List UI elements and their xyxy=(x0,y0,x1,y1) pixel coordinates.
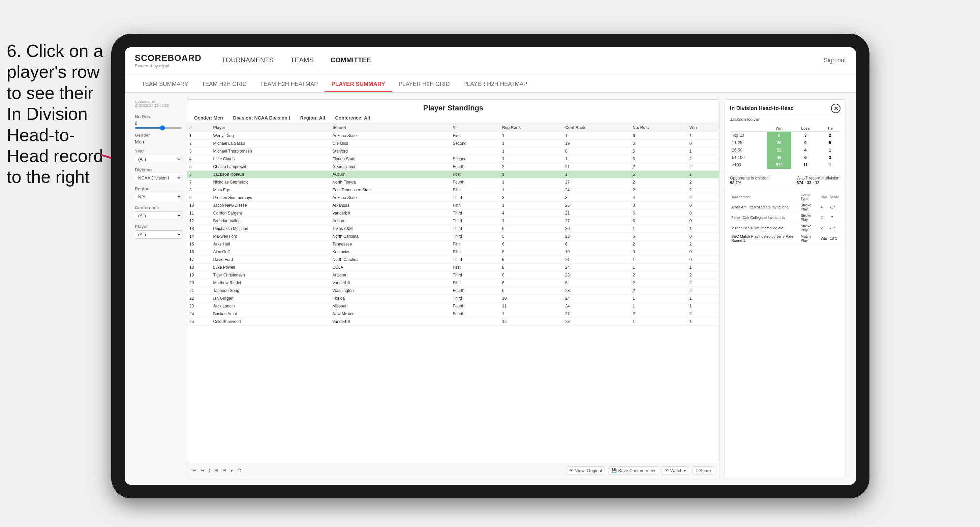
cell-reg-rank: 1 xyxy=(500,132,563,140)
view-original-btn[interactable]: 👁 View: Original xyxy=(566,467,605,475)
table-row[interactable]: 15 Jake Hall Tennessee Fifth 6 6 2 2 xyxy=(188,240,719,248)
subnav-team-h2h-grid[interactable]: TEAM H2H GRID xyxy=(195,78,253,92)
subnav-team-summary[interactable]: TEAM SUMMARY xyxy=(135,78,195,92)
cell-yr: Third xyxy=(451,225,500,233)
watch-btn[interactable]: 👁 Watch ▾ xyxy=(662,467,689,475)
table-row[interactable]: 4 Luke Claton Florida State Second 1 1 6… xyxy=(188,155,719,163)
table-row[interactable]: 23 Jack Lundin Missouri Fourth 11 24 1 1 xyxy=(188,302,719,310)
subnav-player-summary[interactable]: PLAYER SUMMARY xyxy=(325,78,391,92)
filters-panel: Update time: 27/03/2024 16:56:26 No Rds.… xyxy=(135,99,182,478)
cell-reg-rank: 1 xyxy=(500,148,563,155)
cell-yr: Third xyxy=(451,210,500,217)
table-row[interactable]: 3 Michael Thorbjornsen Stanford 1 8 5 1 xyxy=(188,148,719,155)
cell-conf-rank: 23 xyxy=(563,233,630,240)
save-custom-btn[interactable]: 💾 Save Custom View xyxy=(608,467,658,475)
cell-yr: Second xyxy=(451,140,500,148)
table-row[interactable]: 11 Gordon Sargent Vanderbilt Third 4 21 … xyxy=(188,210,719,217)
table-row[interactable]: 6 Jackson Koivun Auburn First 1 1 5 1 xyxy=(188,171,719,178)
cell-player: Maxwell Ford xyxy=(211,233,330,240)
cell-player: Michael Thorbjornsen xyxy=(211,148,330,155)
table-row[interactable]: 17 David Ford North Carolina Third 9 21 … xyxy=(188,256,719,264)
table-row[interactable]: 8 Mats Ege East Tennessee State Fifth 1 … xyxy=(188,186,719,194)
conference-select[interactable]: (All) xyxy=(135,211,182,220)
col-conf-rank: Conf Rank xyxy=(563,124,630,132)
table-row[interactable]: 5 Christo Lamprecht Georgia Tech Fourth … xyxy=(188,163,719,171)
toolbar-icon-redo[interactable]: ↪ xyxy=(200,468,205,473)
cell-rds: 5 xyxy=(630,148,687,155)
no-rds-slider[interactable] xyxy=(135,127,182,129)
nav-tournaments[interactable]: TOURNAMENTS xyxy=(222,54,274,67)
cell-reg-rank: 8 xyxy=(500,271,563,279)
table-row[interactable]: 18 Luke Powell UCLA First 8 24 1 1 xyxy=(188,264,719,271)
cell-rds: 2 xyxy=(630,240,687,248)
cell-win: 1 xyxy=(687,171,719,178)
cell-school: Texas A&M xyxy=(330,225,450,233)
toolbar-icon-forward[interactable]: ⟩ xyxy=(208,468,210,473)
subnav-player-h2h-grid[interactable]: PLAYER H2H GRID xyxy=(392,78,457,92)
division-label: Division xyxy=(135,167,182,172)
h2h-tie-val: 1 xyxy=(819,146,840,154)
table-row[interactable]: 10 Jacob New-Diesse Arkansas Fifth 1 25 … xyxy=(188,202,719,210)
cell-rank: 7 xyxy=(188,178,211,186)
nav-teams[interactable]: TEAMS xyxy=(291,54,314,67)
division-select[interactable]: NCAA Division I xyxy=(135,174,182,182)
table-row[interactable]: 25 Cole Sherwood Vanderbilt 12 23 1 1 xyxy=(188,318,719,325)
table-row[interactable]: 19 Tiger Christensen Arizona Third 8 23 … xyxy=(188,271,719,279)
cell-win: 0 xyxy=(687,140,719,148)
share-btn[interactable]: ⤴ Share xyxy=(692,467,714,475)
subnav-team-h2h-heatmap[interactable]: TEAM H2H HEATMAP xyxy=(253,78,325,92)
cell-win: 1 xyxy=(687,264,719,271)
cell-win: 2 xyxy=(687,194,719,202)
h2h-tournaments: Tournament Event Type Pos Score Amer Am … xyxy=(725,190,846,478)
table-row[interactable]: 14 Maxwell Ford North Carolina Third 5 2… xyxy=(188,233,719,240)
table-row[interactable]: 22 Ian Gilligan Florida Third 10 24 1 1 xyxy=(188,295,719,302)
table-row[interactable]: 20 Matthew Riedel Vanderbilt Fifth 6 6 2… xyxy=(188,279,719,287)
table-row[interactable]: 9 Preston Summerhays Arizona State Third… xyxy=(188,194,719,202)
table-row[interactable]: 12 Brendan Valles Auburn Third 1 27 6 0 xyxy=(188,217,719,225)
table-row[interactable]: 24 Bastian Amat New Mexico Fourth 1 27 2… xyxy=(188,310,719,318)
cell-conf-rank: 1 xyxy=(563,155,630,163)
toolbar-icon-undo[interactable]: ↩ xyxy=(192,468,196,473)
cell-yr: Fourth xyxy=(451,163,500,171)
sign-out-link[interactable]: Sign out xyxy=(824,57,846,64)
region-select[interactable]: N/A xyxy=(135,193,182,201)
toolbar-icon-clock[interactable]: ⏱ xyxy=(237,468,242,473)
opponents-label: Opponents in division: xyxy=(730,176,770,181)
cell-rds: 2 xyxy=(630,271,687,279)
cell-rds: 2 xyxy=(630,287,687,295)
cell-conf-rank: 1 xyxy=(563,171,630,178)
h2h-range: Top 10 xyxy=(730,132,767,140)
table-row[interactable]: 21 Taehoon Song Washington Fourth 6 23 2… xyxy=(188,287,719,295)
tour-col-event-type: Event Type xyxy=(799,192,819,202)
cell-win: 2 xyxy=(687,279,719,287)
cell-yr: Third xyxy=(451,256,500,264)
save-custom-label: Save Custom View xyxy=(618,468,655,473)
opponents-value: 98.1% xyxy=(730,181,770,185)
h2h-close-btn[interactable]: ✕ xyxy=(831,104,840,113)
nav-committee[interactable]: COMMITTEE xyxy=(331,54,371,67)
standings-region: Region: All xyxy=(300,115,325,121)
col-rds: No. Rds. xyxy=(630,124,687,132)
cell-win: 2 xyxy=(687,310,719,318)
h2h-col-tie: Tie xyxy=(819,125,840,132)
table-row[interactable]: 13 Phichaksn Maichon Texas A&M Third 6 3… xyxy=(188,225,719,233)
cell-player: Tiger Christensen xyxy=(211,271,330,279)
year-select[interactable]: (All) xyxy=(135,155,182,163)
table-row[interactable]: 16 Alex Goff Kentucky Fifth 8 19 0 0 xyxy=(188,248,719,256)
subnav-player-h2h-heatmap[interactable]: PLAYER H2H HEATMAP xyxy=(456,78,534,92)
table-row[interactable]: 2 Michael La Sasso Ole Miss Second 1 19 … xyxy=(188,140,719,148)
toolbar-icon-copy[interactable]: ⊞ xyxy=(214,468,218,473)
cell-school: East Tennessee State xyxy=(330,186,450,194)
h2h-header: In Division Head-to-Head ✕ xyxy=(725,100,846,115)
update-time-value: 27/03/2024 16:56:26 xyxy=(135,103,182,108)
h2h-win-val: 8 xyxy=(767,132,791,140)
cell-reg-rank: 1 xyxy=(500,155,563,163)
h2h-breakdown-table: Win Loss Tie Top 10 8 3 2 11-25 20 9 5 2… xyxy=(730,125,840,169)
toolbar-icon-dropdown[interactable]: ▾ xyxy=(231,468,233,473)
player-select[interactable]: (All) xyxy=(135,230,182,239)
cell-win: 2 xyxy=(687,271,719,279)
table-row[interactable]: 1 Wenyi Ding Arizona State First 1 1 6 1 xyxy=(188,132,719,140)
table-row[interactable]: 7 Nicholas Gabrielick North Florida Four… xyxy=(188,178,719,186)
toolbar-icon-paste[interactable]: ⊟ xyxy=(223,468,226,473)
cell-reg-rank: 2 xyxy=(500,163,563,171)
